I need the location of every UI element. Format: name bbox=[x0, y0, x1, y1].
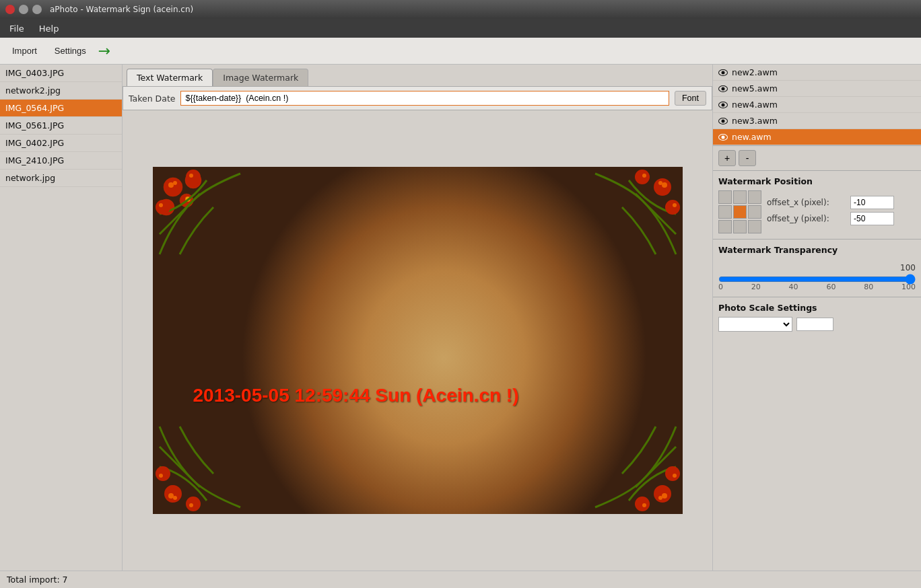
tab-image-watermark[interactable]: Image Watermark bbox=[213, 69, 308, 86]
position-selector-grid bbox=[718, 190, 761, 233]
offset-x-label: offset_x (pixel): bbox=[767, 198, 848, 207]
menubar: File Help bbox=[0, 19, 921, 38]
right-panel: new2.awmnew5.awmnew4.awmnew3.awmnew.awm … bbox=[712, 65, 921, 571]
svg-point-20 bbox=[665, 200, 680, 215]
svg-point-8 bbox=[164, 178, 182, 196]
svg-point-27 bbox=[156, 466, 170, 481]
scale-unit-select[interactable] bbox=[718, 317, 792, 332]
status-text: Total import: 7 bbox=[7, 575, 68, 585]
corner-decoration-tl bbox=[153, 167, 247, 261]
watermark-transparency-section: Watermark Transparency 100 0 20 40 60 80… bbox=[713, 240, 921, 297]
svg-point-14 bbox=[159, 203, 163, 207]
pos-br[interactable] bbox=[748, 220, 761, 233]
close-button[interactable] bbox=[5, 5, 15, 14]
photo-preview: 2013-05-05 12:59:44 Sun (Acein.cn !) bbox=[153, 167, 683, 514]
awm-item-label: new2.awm bbox=[732, 67, 778, 77]
awm-item-label: new.awm bbox=[732, 132, 772, 142]
pos-mr[interactable] bbox=[748, 205, 761, 219]
file-item-IMG_0561-JPG[interactable]: IMG_0561.JPG bbox=[0, 117, 122, 135]
menu-help[interactable]: Help bbox=[32, 21, 66, 36]
preview-watermark-text: 2013-05-05 12:59:44 Sun (Acein.cn !) bbox=[193, 385, 519, 406]
awm-item-new4-awm[interactable]: new4.awm bbox=[713, 97, 921, 113]
window-title: aPhoto - Watermark Sign (acein.cn) bbox=[50, 5, 193, 14]
watermark-transparency-title: Watermark Transparency bbox=[718, 245, 916, 255]
titlebar: aPhoto - Watermark Sign (acein.cn) bbox=[0, 0, 921, 19]
taken-date-label: Taken Date bbox=[129, 94, 175, 104]
watermark-config-row: Taken Date Font bbox=[123, 86, 712, 110]
file-item-IMG_2410-JPG[interactable]: IMG_2410.JPG bbox=[0, 152, 122, 170]
tick-20: 20 bbox=[751, 283, 761, 291]
awm-item-new5-awm[interactable]: new5.awm bbox=[713, 81, 921, 97]
corner-decoration-bl bbox=[153, 420, 247, 514]
svg-point-9 bbox=[168, 182, 174, 188]
position-inputs: offset_x (pixel): offset_y (pixel): bbox=[767, 196, 916, 228]
tick-40: 40 bbox=[789, 283, 798, 291]
pos-mc[interactable] bbox=[733, 205, 747, 219]
tick-0: 0 bbox=[718, 283, 723, 291]
offset-x-row: offset_x (pixel): bbox=[767, 196, 916, 209]
import-button[interactable]: Import bbox=[7, 43, 42, 59]
pos-ml[interactable] bbox=[718, 205, 732, 219]
tick-60: 60 bbox=[826, 283, 835, 291]
file-item-network2-jpg[interactable]: network2.jpg bbox=[0, 82, 122, 100]
eye-icon bbox=[718, 134, 728, 141]
photo-scale-section: Photo Scale Settings bbox=[713, 297, 921, 337]
offset-y-row: offset_y (pixel): bbox=[767, 212, 916, 225]
preview-area: 2013-05-05 12:59:44 Sun (Acein.cn !) bbox=[123, 110, 712, 571]
font-button[interactable]: Font bbox=[675, 91, 706, 106]
eye-icon bbox=[718, 102, 728, 108]
maximize-button[interactable] bbox=[32, 5, 42, 14]
awm-item-new3-awm[interactable]: new3.awm bbox=[713, 113, 921, 129]
file-item-network-jpg[interactable]: network.jpg bbox=[0, 170, 122, 187]
svg-point-29 bbox=[654, 485, 671, 503]
add-awm-button[interactable]: + bbox=[718, 150, 736, 166]
awm-file-list: new2.awmnew5.awmnew4.awmnew3.awmnew.awm bbox=[713, 65, 921, 146]
offset-x-input[interactable] bbox=[850, 196, 894, 209]
pos-tc[interactable] bbox=[733, 190, 747, 204]
watermark-position-section: Watermark Position offset_x (pixel): bbox=[713, 171, 921, 240]
tick-100: 100 bbox=[901, 283, 916, 291]
awm-item-label: new4.awm bbox=[732, 100, 778, 110]
offset-y-input[interactable] bbox=[850, 212, 894, 225]
watermark-text-input[interactable] bbox=[180, 91, 669, 106]
settings-button[interactable]: Settings bbox=[49, 43, 92, 59]
svg-point-13 bbox=[156, 200, 170, 215]
offset-y-label: offset_y (pixel): bbox=[767, 214, 848, 223]
awm-controls: + - bbox=[713, 146, 921, 171]
minimize-button[interactable] bbox=[19, 5, 28, 14]
svg-point-15 bbox=[654, 178, 671, 196]
awm-item-new2-awm[interactable]: new2.awm bbox=[713, 65, 921, 81]
menu-file[interactable]: File bbox=[3, 21, 31, 36]
tick-80: 80 bbox=[864, 283, 873, 291]
svg-point-11 bbox=[186, 170, 201, 184]
file-item-IMG_0403-JPG[interactable]: IMG_0403.JPG bbox=[0, 65, 122, 82]
pos-bc[interactable] bbox=[733, 220, 747, 233]
main-container: IMG_0403.JPGnetwork2.jpgIMG_0564.JPGIMG_… bbox=[0, 65, 921, 571]
awm-item-label: new3.awm bbox=[732, 116, 778, 126]
center-panel: Text Watermark Image Watermark Taken Dat… bbox=[123, 65, 712, 571]
file-item-IMG_0564-JPG[interactable]: IMG_0564.JPG bbox=[0, 100, 122, 117]
scale-controls bbox=[718, 317, 916, 332]
file-list-sidebar: IMG_0403.JPGnetwork2.jpgIMG_0564.JPGIMG_… bbox=[0, 65, 123, 571]
svg-point-18 bbox=[635, 170, 650, 184]
corner-decoration-tr bbox=[588, 167, 683, 261]
watermark-position-title: Watermark Position bbox=[718, 176, 916, 186]
file-item-IMG_0402-JPG[interactable]: IMG_0402.JPG bbox=[0, 135, 122, 152]
svg-point-32 bbox=[635, 497, 650, 511]
svg-point-34 bbox=[665, 466, 680, 481]
tab-bar: Text Watermark Image Watermark bbox=[123, 65, 712, 86]
tab-text-watermark[interactable]: Text Watermark bbox=[127, 69, 213, 86]
statusbar: Total import: 7 bbox=[0, 571, 921, 588]
pos-tr[interactable] bbox=[748, 190, 761, 204]
position-grid: offset_x (pixel): offset_y (pixel): bbox=[718, 190, 916, 233]
pos-bl[interactable] bbox=[718, 220, 732, 233]
corner-decoration-br bbox=[588, 420, 683, 514]
pos-tl[interactable] bbox=[718, 190, 732, 204]
scale-value-input[interactable] bbox=[796, 318, 833, 331]
photo-scale-title: Photo Scale Settings bbox=[718, 303, 916, 313]
go-arrow-icon[interactable]: → bbox=[98, 42, 110, 59]
awm-item-new-awm[interactable]: new.awm bbox=[713, 129, 921, 145]
eye-icon bbox=[718, 118, 728, 124]
remove-awm-button[interactable]: - bbox=[739, 150, 756, 166]
eye-icon bbox=[718, 69, 728, 76]
